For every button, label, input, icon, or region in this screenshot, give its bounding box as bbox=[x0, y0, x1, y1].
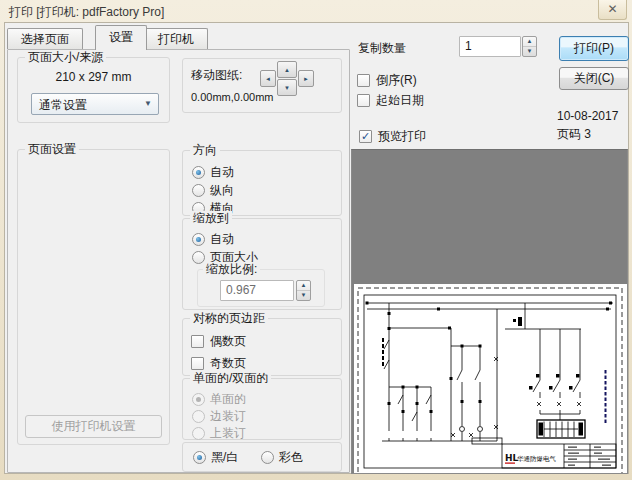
dialog-client-area: 选择页面 设置 打印机 页面大小/来源 210 x 297 mm 通常设置 ▼ … bbox=[4, 22, 629, 474]
tab-settings[interactable]: 设置 bbox=[95, 25, 147, 50]
radio-scale-auto-label[interactable]: 自动 bbox=[210, 232, 234, 246]
radio-simplex bbox=[192, 393, 205, 406]
radio-color[interactable] bbox=[261, 451, 274, 464]
spin-up-icon: ▲ bbox=[297, 281, 310, 291]
arrow-down-icon: ▼ bbox=[284, 85, 290, 91]
nudge-left-button[interactable]: ◄ bbox=[260, 70, 276, 87]
copies-label: 复制数量 bbox=[358, 40, 406, 57]
page-size-group-title: 页面大小/来源 bbox=[25, 50, 106, 64]
copies-spinner[interactable]: ▲▼ bbox=[522, 36, 537, 57]
color-mode-group: 黑/白 彩色 bbox=[182, 442, 342, 472]
start-date-checkbox[interactable]: ✓ bbox=[357, 94, 370, 107]
move-offset-value: 0.00mm,0.00mm bbox=[191, 90, 274, 104]
scale-ratio-spinner[interactable]: ▲▼ bbox=[296, 280, 311, 301]
preview-logo-text: 华通防爆电气 bbox=[517, 455, 557, 463]
even-pages-label[interactable]: 偶数页 bbox=[210, 334, 246, 348]
start-date-label[interactable]: 起始日期 bbox=[376, 93, 424, 107]
nudge-right-button[interactable]: ► bbox=[298, 70, 314, 87]
print-button[interactable]: 打印(P) bbox=[559, 36, 629, 61]
paper-preset-value: 通常设置 bbox=[39, 97, 87, 114]
radio-top-binding-label: 上装订 bbox=[210, 426, 246, 440]
preview-print-label[interactable]: 预览打印 bbox=[378, 129, 426, 143]
scale-ratio-box: 缩放比例: 0.967 ▲▼ bbox=[197, 269, 325, 307]
preview-print-checkbox[interactable]: ✓ bbox=[359, 130, 372, 143]
tab-printer[interactable]: 打印机 bbox=[144, 28, 208, 49]
symmetric-margins-group-title: 对称的页边距 bbox=[190, 311, 268, 325]
window-title: 打印 [打印机: pdfFactory Pro] bbox=[9, 4, 164, 21]
arrow-right-icon: ► bbox=[303, 76, 309, 82]
preview-drawing: HL 华通防爆电气 bbox=[354, 284, 627, 473]
radio-orientation-auto[interactable] bbox=[192, 166, 205, 179]
symmetric-margins-group: 对称的页边距 ✓ 偶数页 ✓ 奇数页 bbox=[182, 318, 342, 376]
odd-pages-checkbox[interactable]: ✓ bbox=[191, 357, 204, 370]
scale-to-group: 缩放到 自动 页面大小 缩放比例: 0.967 ▲▼ bbox=[182, 218, 342, 310]
orientation-group: 方向 自动 纵向 横向 bbox=[182, 150, 342, 216]
spin-down-icon: ▼ bbox=[297, 291, 310, 300]
even-pages-checkbox[interactable]: ✓ bbox=[191, 335, 204, 348]
radio-orientation-portrait[interactable] bbox=[192, 184, 205, 197]
page-setup-group-title: 页面设置 bbox=[25, 142, 79, 156]
duplex-group: 单面的/双面的 单面的 边装订 上装订 bbox=[182, 378, 342, 440]
close-icon: ✕ bbox=[607, 2, 617, 16]
radio-black-white[interactable] bbox=[193, 451, 206, 464]
scale-ratio-label: 缩放比例: bbox=[203, 262, 260, 276]
nudge-up-button[interactable]: ▲ bbox=[277, 61, 297, 78]
odd-pages-label[interactable]: 奇数页 bbox=[210, 356, 246, 370]
paper-preset-dropdown[interactable]: 通常设置 ▼ bbox=[31, 93, 159, 115]
radio-simplex-label: 单面的 bbox=[210, 392, 246, 406]
check-icon: ✓ bbox=[361, 130, 370, 142]
spin-up-icon: ▲ bbox=[523, 37, 536, 47]
close-button[interactable]: ✕ bbox=[598, 0, 627, 20]
print-preview-panel[interactable]: HL 华通防爆电气 bbox=[351, 149, 628, 474]
move-drawing-group: 移动图纸: 0.00mm,0.00mm ◄ ▲ ▼ ► bbox=[182, 58, 342, 113]
radio-top-binding bbox=[192, 427, 205, 440]
title-bar[interactable]: 打印 [打印机: pdfFactory Pro] ✕ bbox=[0, 0, 632, 22]
duplex-group-title: 单面的/双面的 bbox=[190, 371, 271, 385]
spin-down-icon: ▼ bbox=[523, 47, 536, 56]
radio-orientation-portrait-label[interactable]: 纵向 bbox=[210, 183, 234, 197]
use-printer-settings-button: 使用打印机设置 bbox=[25, 415, 162, 438]
tab-select-pages[interactable]: 选择页面 bbox=[7, 28, 83, 49]
arrow-left-icon: ◄ bbox=[265, 76, 271, 82]
radio-orientation-auto-label[interactable]: 自动 bbox=[210, 165, 234, 179]
page-number-text: 页码 3 bbox=[557, 126, 591, 143]
print-dialog-window: 打印 [打印机: pdfFactory Pro] ✕ 选择页面 设置 打印机 页… bbox=[0, 0, 632, 480]
page-setup-group: 页面设置 bbox=[17, 149, 170, 445]
nudge-down-button[interactable]: ▼ bbox=[277, 79, 297, 96]
reverse-order-checkbox[interactable]: ✓ bbox=[357, 74, 370, 87]
reverse-order-label[interactable]: 倒序(R) bbox=[376, 73, 417, 87]
paper-size-text: 210 x 297 mm bbox=[18, 70, 169, 84]
move-drawing-label: 移动图纸: bbox=[191, 68, 242, 82]
dropdown-arrow-icon: ▼ bbox=[144, 99, 152, 108]
scale-to-group-title: 缩放到 bbox=[190, 211, 232, 225]
orientation-group-title: 方向 bbox=[190, 143, 220, 157]
page-size-group: 页面大小/来源 210 x 297 mm 通常设置 ▼ bbox=[17, 57, 170, 123]
radio-black-white-label[interactable]: 黑/白 bbox=[211, 450, 238, 464]
radio-scale-auto[interactable] bbox=[192, 233, 205, 246]
radio-edge-binding bbox=[192, 410, 205, 423]
radio-edge-binding-label: 边装订 bbox=[210, 409, 246, 423]
date-text: 10-08-2017 bbox=[557, 109, 618, 123]
copies-input[interactable]: 1 bbox=[459, 36, 521, 57]
preview-page: HL 华通防爆电气 bbox=[354, 284, 627, 473]
arrow-up-icon: ▲ bbox=[284, 67, 290, 73]
scale-ratio-input[interactable]: 0.967 bbox=[220, 280, 294, 301]
radio-color-label[interactable]: 彩色 bbox=[279, 450, 303, 464]
close-dialog-button[interactable]: 关闭(C) bbox=[559, 67, 629, 90]
